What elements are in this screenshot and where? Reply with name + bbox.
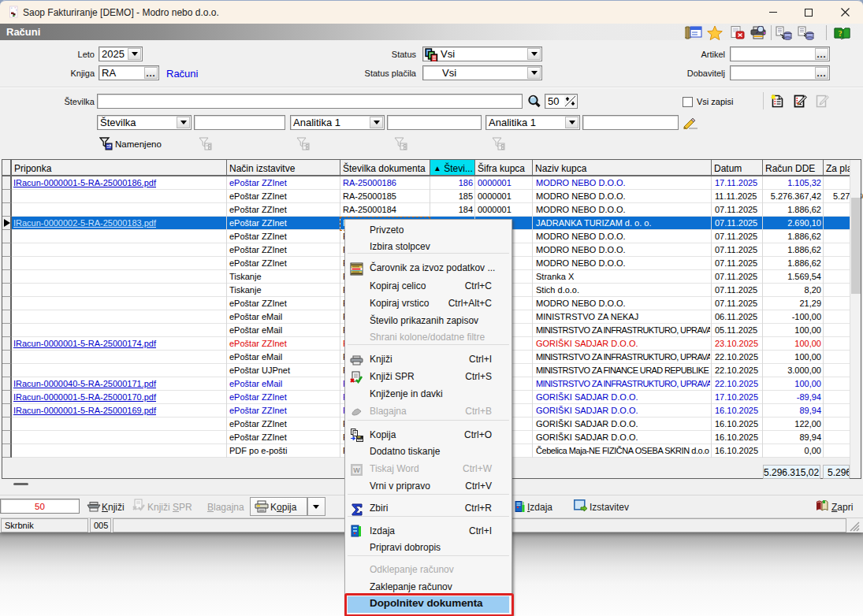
svg-text:W: W — [353, 466, 360, 474]
svg-text:?: ? — [839, 29, 843, 38]
